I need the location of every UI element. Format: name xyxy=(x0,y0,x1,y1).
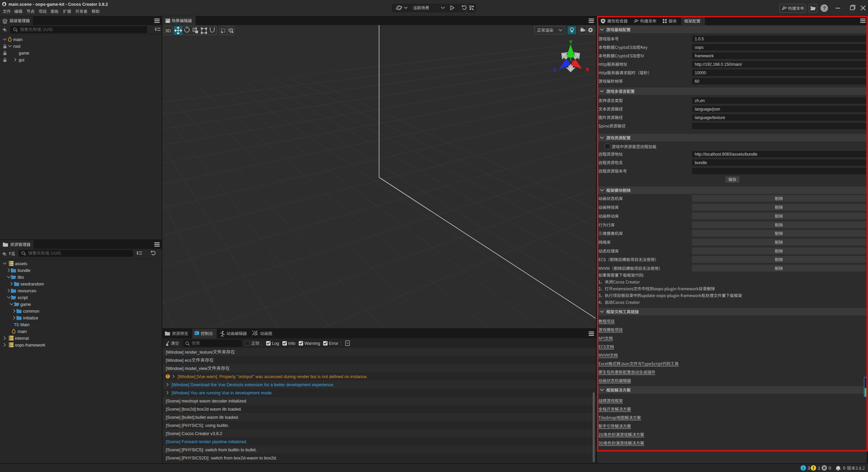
svg-text:Z: Z xyxy=(553,67,556,73)
svg-text:[Window] You are running Vue i: [Window] You are running Vue in developm… xyxy=(172,391,273,395)
svg-text:framework: framework xyxy=(695,54,714,58)
svg-text:resources: resources xyxy=(18,289,36,293)
svg-text:[Window] [Vue warn]: Property: [Window] [Vue warn]: Property "onInput" … xyxy=(178,374,368,379)
svg-text:[Scene] [bullet]:bullet wasm l: [Scene] [bullet]:bullet wasm lib loaded. xyxy=(166,415,239,420)
svg-text:3D: 3D xyxy=(165,28,171,33)
svg-text:[Window] model_view: [Window] model_view xyxy=(166,366,208,371)
svg-text:http://192.168.0.150/main/: http://192.168.0.150/main/ xyxy=(695,62,742,67)
svg-text:[Scene] Forward render pipelin: [Scene] Forward render pipeline initiali… xyxy=(166,439,247,444)
svg-text:game: game xyxy=(19,51,29,56)
svg-text:[Scene] [PHYSICS]: using built: [Scene] [PHYSICS]: using builtin. xyxy=(166,423,229,428)
svg-text:[Window] ecs: [Window] ecs xyxy=(166,358,191,363)
svg-text:main: main xyxy=(13,37,22,42)
svg-text:1.0.5: 1.0.5 xyxy=(695,37,704,41)
svg-text:bundle: bundle xyxy=(695,160,707,165)
svg-text:language/texture: language/texture xyxy=(695,115,725,120)
svg-text:10000: 10000 xyxy=(695,71,706,75)
svg-text:0: 0 xyxy=(829,466,831,471)
svg-text:assets: assets xyxy=(15,261,27,266)
svg-text:[Scene] [PHYSICS]: switch from: [Scene] [PHYSICS]: switch from builtin t… xyxy=(166,448,257,452)
svg-text:[Window] render_texture: [Window] render_texture xyxy=(166,350,213,355)
svg-text:1: 1 xyxy=(818,466,820,471)
svg-text:60: 60 xyxy=(695,79,699,84)
svg-text:Log: Log xyxy=(272,341,279,346)
svg-text:Main: Main xyxy=(20,322,29,327)
svg-text:bundle: bundle xyxy=(18,268,31,273)
svg-text:main: main xyxy=(18,329,27,334)
svg-text:gui: gui xyxy=(19,58,24,62)
svg-text:[Window] Download the Vue Devt: [Window] Download the Vue Devtools exten… xyxy=(172,382,334,387)
svg-text:internal: internal xyxy=(15,336,29,341)
svg-text:X: X xyxy=(586,66,589,72)
svg-text:script: script xyxy=(18,295,28,300)
svg-text:[Scene] [box2d]:box2d wasm lib: [Scene] [box2d]:box2d wasm lib loaded. xyxy=(166,407,242,412)
svg-text:[Scene] meshopt wasm decoder i: [Scene] meshopt wasm decoder initialized xyxy=(166,399,246,404)
svg-text:Info: Info xyxy=(288,341,295,346)
svg-text:Error: Error xyxy=(329,341,338,346)
svg-text:oops-framework: oops-framework xyxy=(15,343,45,348)
svg-text:root: root xyxy=(13,44,21,49)
svg-text:initialize: initialize xyxy=(23,316,38,320)
svg-text:game: game xyxy=(20,302,31,307)
svg-text:common: common xyxy=(23,309,39,314)
svg-text:Warning: Warning xyxy=(304,341,320,346)
svg-text:0: 0 xyxy=(843,466,845,471)
svg-text:http://localhost:8083/assets/b: http://localhost:8083/assets/bundle xyxy=(695,152,757,157)
svg-text:?: ? xyxy=(823,5,826,11)
svg-text:TS: TS xyxy=(14,322,19,327)
svg-text:[Scene] Cocos Creator v3.8.2: [Scene] Cocos Creator v3.8.2 xyxy=(166,431,222,436)
svg-text:i: i xyxy=(803,466,804,470)
svg-text:main.scene - oops-game-kit - C: main.scene - oops-game-kit - Cocos Creat… xyxy=(8,2,108,7)
svg-text:3: 3 xyxy=(808,466,810,471)
svg-text:oops: oops xyxy=(695,45,704,50)
svg-text:zh,en: zh,en xyxy=(695,98,705,103)
svg-text:Y: Y xyxy=(569,39,573,45)
svg-text:seedrandom: seedrandom xyxy=(20,282,44,287)
svg-text:[Scene] [PHYSICS2D]: switch fr: [Scene] [PHYSICS2D]: switch from box2d-w… xyxy=(166,456,277,460)
svg-text:language/json: language/json xyxy=(695,107,720,112)
svg-text:libs: libs xyxy=(18,275,24,280)
